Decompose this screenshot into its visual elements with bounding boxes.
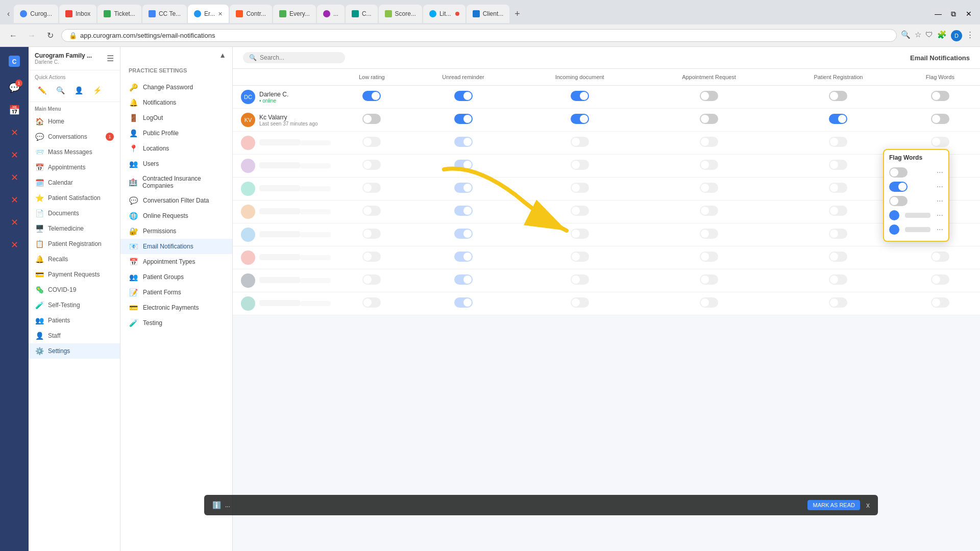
tab-dot[interactable]: ...	[317, 5, 345, 23]
toggle-low-rating-u1[interactable]	[362, 91, 381, 101]
toggle-u3-pr[interactable]	[829, 137, 847, 147]
toggle-u3-ur[interactable]	[454, 137, 473, 147]
rail-x1-icon[interactable]: ✕	[4, 145, 24, 165]
toggle-u9-id[interactable]	[571, 274, 589, 285]
toggle-u7-ur[interactable]	[454, 229, 473, 239]
rail-logo[interactable]: C	[4, 51, 24, 71]
nav-item-mass-messages[interactable]: 📨 Mass Messages	[29, 144, 120, 160]
toggle-appointment-request-u1[interactable]	[700, 91, 718, 101]
toggle-u3-ar[interactable]	[700, 137, 718, 147]
nav-item-conversations[interactable]: 💬 Conversations 1	[29, 129, 120, 144]
rail-messages-icon[interactable]: ✕	[4, 122, 24, 143]
tab-c[interactable]: C...	[346, 5, 378, 23]
settings-item-logout[interactable]: 🚪 LogOut	[120, 110, 232, 126]
toggle-incoming-document-u2[interactable]	[571, 114, 589, 124]
toggle-u9-pr[interactable]	[829, 274, 847, 285]
rail-x5-icon[interactable]: ✕	[4, 235, 24, 255]
search-icon[interactable]: 🔍	[901, 30, 911, 41]
nav-item-appointments[interactable]: 📅 Appointments	[29, 160, 120, 175]
nav-item-calendar[interactable]: 🗓️ Calendar	[29, 175, 120, 190]
tab-ticket[interactable]: Ticket...	[97, 5, 141, 23]
toggle-u6-id[interactable]	[571, 206, 589, 216]
rail-x3-icon[interactable]: ✕	[4, 190, 24, 210]
tab-client[interactable]: Client...	[467, 5, 510, 23]
toggle-u10-fw[interactable]	[931, 297, 949, 308]
toggle-u9-ur[interactable]	[454, 274, 473, 285]
qa-settings-icon[interactable]: ⚡	[90, 83, 104, 97]
settings-item-locations[interactable]: 📍 Locations	[120, 141, 232, 156]
toggle-u10-pr[interactable]	[829, 297, 847, 308]
profile-icon[interactable]: D	[951, 30, 962, 41]
star-icon[interactable]: ☆	[915, 30, 921, 41]
flag-dots-2[interactable]: ···	[937, 182, 943, 191]
tab-more-button[interactable]: ‹	[4, 9, 13, 18]
restore-button[interactable]: ⧉	[946, 7, 961, 21]
toggle-u5-ar[interactable]	[700, 183, 718, 193]
tab-er[interactable]: Er... ✕	[188, 5, 229, 23]
flag-dots-1[interactable]: ···	[937, 168, 943, 177]
nav-item-staff[interactable]: 👤 Staff	[29, 328, 120, 343]
rail-calendar-icon[interactable]: 📅	[4, 100, 24, 120]
toggle-u7-id[interactable]	[571, 229, 589, 239]
flag-toggle-3[interactable]	[889, 196, 908, 206]
settings-item-electronic-payments[interactable]: 💳 Electronic Payments	[120, 300, 232, 315]
toggle-u8-lr[interactable]	[362, 252, 381, 262]
forward-button[interactable]: →	[24, 29, 39, 43]
toggle-u3-lr[interactable]	[362, 137, 381, 147]
toggle-u4-id[interactable]	[571, 160, 589, 170]
settings-item-permissions[interactable]: 🔐 Permissions	[120, 223, 232, 239]
toggle-u9-ar[interactable]	[700, 274, 718, 285]
rail-x2-icon[interactable]: ✕	[4, 167, 24, 188]
reload-button[interactable]: ↻	[43, 29, 57, 43]
tab-contr[interactable]: Contr...	[230, 5, 272, 23]
toggle-u8-id[interactable]	[571, 252, 589, 262]
hamburger-icon[interactable]: ☰	[107, 54, 114, 63]
toggle-u4-ur[interactable]	[454, 160, 473, 170]
toggle-unread-reminder-u1[interactable]	[454, 91, 473, 101]
nav-item-documents[interactable]: 📄 Documents	[29, 206, 120, 221]
nav-item-payment-requests[interactable]: 💳 Payment Requests	[29, 267, 120, 282]
nav-item-patients[interactable]: 👥 Patients	[29, 313, 120, 328]
nav-item-recalls[interactable]: 🔔 Recalls	[29, 252, 120, 267]
toggle-flag-words-u2[interactable]	[931, 114, 949, 124]
settings-item-appointment-types[interactable]: 📅 Appointment Types	[120, 254, 232, 269]
toggle-u6-lr[interactable]	[362, 206, 381, 216]
flag-dots-5[interactable]: ···	[937, 225, 943, 234]
flag-dots-4[interactable]: ···	[937, 211, 943, 220]
qa-search-icon[interactable]: 🔍	[53, 83, 67, 97]
settings-item-patient-groups[interactable]: 👥 Patient Groups	[120, 269, 232, 285]
nav-item-settings[interactable]: ⚙️ Settings	[29, 343, 120, 359]
toggle-patient-registration-u2[interactable]	[829, 114, 847, 124]
toggle-u9-fw[interactable]	[931, 274, 949, 285]
toggle-u5-pr[interactable]	[829, 183, 847, 193]
toggle-u7-ar[interactable]	[700, 229, 718, 239]
toggle-u4-ar[interactable]	[700, 160, 718, 170]
tab-curogram[interactable]: Curog...	[14, 5, 58, 23]
toggle-incoming-document-u1[interactable]	[571, 91, 589, 101]
tab-every[interactable]: Every...	[273, 5, 316, 23]
nav-item-telemedicine[interactable]: 🖥️ Telemedicine	[29, 221, 120, 236]
toggle-u10-ar[interactable]	[700, 297, 718, 308]
flag-toggle-1[interactable]	[889, 167, 908, 178]
minimize-button[interactable]: —	[931, 7, 945, 21]
search-input[interactable]	[260, 54, 339, 61]
toggle-unread-reminder-u2[interactable]	[454, 114, 473, 124]
qa-add-user-icon[interactable]: 👤	[71, 83, 86, 97]
toggle-u8-pr[interactable]	[829, 252, 847, 262]
nav-item-patient-registration[interactable]: 📋 Patient Registration	[29, 236, 120, 252]
toggle-u4-pr[interactable]	[829, 160, 847, 170]
settings-item-email-notifications[interactable]: 📧 Email Notifications	[120, 239, 232, 254]
toggle-u6-pr[interactable]	[829, 206, 847, 216]
toggle-u3-fw[interactable]	[931, 137, 949, 147]
close-button[interactable]: ✕	[962, 7, 976, 21]
settings-item-insurance[interactable]: 🏥 Contracted Insurance Companies	[120, 171, 232, 193]
tab-lit[interactable]: Lit...	[423, 5, 465, 23]
settings-item-online-requests[interactable]: 🌐 Online Requests	[120, 208, 232, 223]
settings-item-conversation-filter[interactable]: 💬 Conversation Filter Data	[120, 193, 232, 208]
extensions-icon[interactable]: 🧩	[937, 30, 947, 41]
flag-toggle-2[interactable]	[889, 182, 908, 192]
search-box[interactable]: 🔍	[243, 52, 345, 63]
back-button[interactable]: ←	[6, 29, 20, 43]
mark-as-read-button[interactable]: MARK AS READ	[807, 500, 860, 510]
toggle-u8-ar[interactable]	[700, 252, 718, 262]
